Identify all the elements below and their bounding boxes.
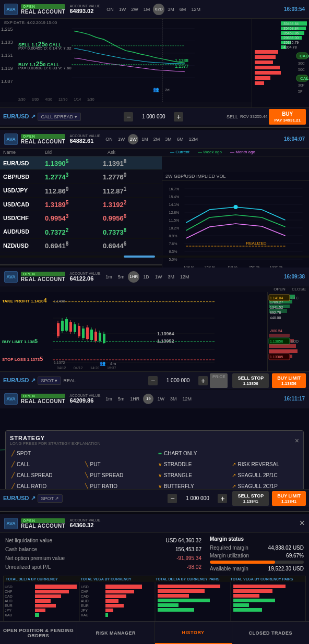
tf-1hr-3[interactable]: 1HR — [128, 271, 139, 283]
qty-minus-1[interactable]: − — [124, 112, 133, 121]
sell-stop-btn-4[interactable]: SELL STOP1.13841 — [232, 491, 269, 506]
nav-closed-trades[interactable]: CLOSED TRADES — [232, 622, 309, 644]
rate-row-eurusd[interactable]: EUR/USD 1.13905 1.13918 — [0, 156, 162, 170]
straddle-icon: ∨ — [158, 461, 162, 467]
buy-limit-btn-4[interactable]: BUY LIMIT1.13841 — [272, 491, 306, 506]
rate-row-audusd[interactable]: AUD/USD 0.73722 0.73738 — [0, 225, 162, 239]
tf-1w-4[interactable]: 1W — [155, 396, 167, 402]
tf-12m-2[interactable]: 12M — [186, 136, 200, 142]
tf-3m-1[interactable]: 3M — [165, 6, 176, 13]
scroll-thumb-2[interactable] — [124, 256, 155, 258]
price-1151: 1.151 — [1, 53, 13, 58]
tf-1w-2[interactable]: 1W — [116, 136, 127, 142]
strategy-call[interactable]: ╱ CALL — [10, 460, 79, 469]
rate-row-nzdusd[interactable]: NZD/USD 0.69418 0.69446 — [0, 239, 162, 252]
nav-history[interactable]: HISTORY — [155, 622, 232, 644]
tf-3m-3[interactable]: 3M — [165, 274, 176, 280]
qty-minus-4[interactable]: − — [168, 494, 177, 503]
tf-5m-3[interactable]: 5m — [116, 274, 127, 280]
tf-3m-2[interactable]: 3M — [163, 136, 174, 142]
strategy-selector-3[interactable]: SPOT ▾ — [38, 376, 62, 385]
strategy-butterfly[interactable]: ∨ BUTTERFLY — [157, 482, 226, 489]
unrealized-value: -98.02 — [187, 564, 201, 570]
delta-chart-headers: TOTAL DELTA BY CURRENCY TOTAL VEGA BY CU… — [4, 576, 305, 582]
strategy-put-spread[interactable]: ╲ PUT SPREAD — [84, 471, 153, 480]
strategy-selector-1[interactable]: CALL SPREAD ▾ — [38, 113, 81, 121]
qty-plus-1[interactable]: + — [174, 112, 183, 121]
svg-text:AUD: AUD — [5, 599, 13, 603]
tf-1hr-4[interactable]: 1HR — [128, 396, 141, 402]
empty-cell-1 — [84, 449, 153, 458]
scroll-bar-2[interactable] — [0, 256, 309, 258]
rate-row-gbpusd[interactable]: GBP/USD 1.27743 1.27760 — [0, 170, 162, 184]
tf-2w-1[interactable]: 2W — [129, 6, 140, 13]
ask-usdchf: 0.99566 — [103, 213, 159, 222]
rate-row-usdjpy[interactable]: USD/JPY 112.860 112.871 — [0, 184, 162, 198]
pair-usdcad: USD/CAD — [3, 201, 45, 208]
nav-open-positions-label: OPEN POSITION & PENDING ORDERS — [2, 628, 75, 638]
strategy-selector-4[interactable]: SPOT ↗ — [38, 494, 63, 503]
rate-row-usdcad[interactable]: USD/CAD 1.31895 1.31922 — [0, 198, 162, 211]
nav-risk-manager[interactable]: RISK MANAGER — [77, 622, 154, 644]
buy-limit-btn-3[interactable]: BUY LIMIT1.13856 — [272, 373, 306, 388]
strategy-call-ratio[interactable]: ╱ CALL RATIO — [10, 482, 79, 489]
panel5-close-btn[interactable]: × — [299, 518, 305, 529]
strategy-straddle[interactable]: ∨ STRADDLE — [157, 460, 226, 469]
strategy-spot[interactable]: ╱ SPOT — [10, 449, 79, 458]
qty-minus-3[interactable]: − — [148, 376, 158, 385]
strategy-put-ratio[interactable]: ╲ PUT RATIO — [84, 482, 153, 489]
svg-rect-148 — [35, 613, 39, 617]
tf-6m-2[interactable]: 6M — [175, 136, 186, 142]
real-label-3: REAL — [63, 378, 76, 383]
tf-1m-2[interactable]: 1M — [139, 136, 150, 142]
strategy-subtitle: LONG PRESS FOR STRATEGY EXPLANATION — [10, 441, 100, 446]
spot-label: SPOT — [17, 451, 31, 456]
tf-on-1[interactable]: ON — [104, 6, 116, 13]
tf-12m-3[interactable]: 12M — [178, 274, 192, 280]
tf-1w-1[interactable]: 1W — [117, 6, 128, 13]
pair-selector-3[interactable]: EUR/USD ↗ — [3, 377, 35, 384]
svg-rect-164 — [158, 585, 220, 588]
chart-only-label: CHART ONLY — [164, 451, 197, 456]
strategy-call-spread[interactable]: ╱ CALL SPREAD — [10, 471, 79, 480]
sell-stop-btn-3[interactable]: SELL STOP1.13856 — [232, 373, 269, 388]
ask-nzdusd: 0.69446 — [103, 241, 159, 250]
tf-12m-1[interactable]: 12M — [189, 6, 203, 13]
tf-6m-1[interactable]: 6M — [177, 6, 188, 13]
tf-12m-4[interactable]: 12M — [180, 396, 194, 402]
strategy-seagull-2c1p[interactable]: ↗ SEAGULL 2C/1P — [230, 482, 300, 489]
tf-on-2[interactable]: ON — [103, 136, 115, 142]
strategy-chart-only[interactable]: ▪▪ CHART ONLY — [157, 449, 226, 458]
buy-button-1[interactable]: BUYPAY 34931.21 — [269, 109, 306, 125]
tf-2m-2[interactable]: 2M — [151, 136, 162, 142]
strategy-close-btn[interactable]: × — [295, 436, 299, 445]
tf-3m-4[interactable]: 3M — [168, 396, 179, 402]
qty-plus-3[interactable]: + — [198, 376, 208, 385]
tf-19-4[interactable]: 19 — [143, 394, 153, 404]
pair-selector-4[interactable]: EUR/USD ↗ — [3, 495, 35, 502]
qty-plus-4[interactable]: + — [218, 494, 227, 503]
strategy-seagull-2p1c[interactable]: ↗ SEAGULL 2P/1C — [230, 471, 300, 480]
straddle-label: STRADDLE — [164, 461, 192, 467]
tf-1w-3[interactable]: 1W — [153, 274, 164, 280]
panel3-account-name: REAL ACCOUNT — [21, 276, 65, 282]
strategy-put[interactable]: ╲ PUT — [84, 460, 153, 469]
bid-usdcad: 1.31895 — [45, 200, 101, 209]
rate-row-usdchf[interactable]: USD/CHF 0.99543 0.99566 — [0, 211, 162, 225]
tf-1m-3[interactable]: 1m — [103, 274, 114, 280]
strategy-strangle[interactable]: ∨ STRANGLE — [157, 471, 226, 480]
pair-selector-1[interactable]: EUR/USD ↗ — [3, 113, 35, 120]
svg-text:29886.00: 29886.00 — [283, 36, 299, 40]
tf-5m-4[interactable]: 5m — [116, 396, 127, 402]
tf-2w-2[interactable]: 2W — [128, 134, 138, 144]
bid-nzdusd: 0.69418 — [45, 241, 101, 250]
panel2-value-label: ACCOUNT VALUE — [69, 134, 100, 138]
nav-open-positions[interactable]: OPEN POSITION & PENDING ORDERS — [0, 622, 77, 644]
tf-1d-3[interactable]: 1D — [141, 274, 151, 280]
tf-1m-4[interactable]: 1m — [103, 396, 114, 402]
legend-week: — Week ago — [198, 150, 222, 155]
strategy-risk-reversal[interactable]: ↗ RISK REVERSAL — [230, 460, 300, 469]
tf-1m-1[interactable]: 1M — [141, 6, 152, 13]
tf-02d-1[interactable]: 02D — [153, 4, 164, 15]
svg-rect-160 — [105, 609, 113, 612]
